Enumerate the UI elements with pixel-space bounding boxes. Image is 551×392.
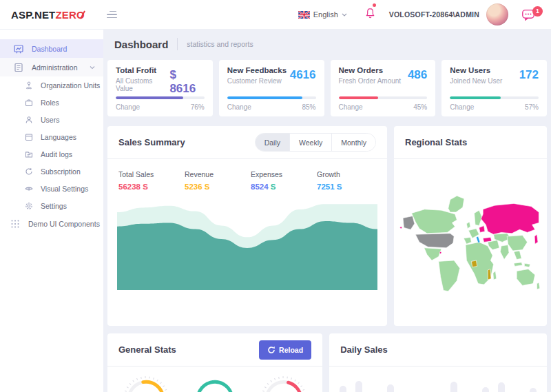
sales-bar	[530, 388, 537, 392]
tab-daily[interactable]: Daily	[256, 134, 290, 151]
regional-stats-card: Regional Stats	[394, 126, 547, 326]
menu-toggle-icon[interactable]	[104, 8, 120, 21]
notification-dot	[373, 3, 376, 7]
change-label: Change	[116, 103, 140, 111]
sidebar-item-label: Audit logs	[41, 150, 72, 158]
language-selector[interactable]: English	[298, 10, 347, 19]
chart-icon	[13, 43, 24, 54]
sales-bar	[482, 387, 489, 392]
regional-stats-title: Regional Stats	[405, 137, 467, 147]
header-actions: English VOLOSOFT-20864\ADMIN	[298, 3, 551, 25]
stat-subtitle: All Customs Value	[116, 77, 169, 92]
region-poland-baltics	[479, 226, 485, 233]
sidebar-item-demo-ui-components[interactable]: Demo UI Components	[0, 214, 103, 233]
eye-icon	[24, 183, 34, 193]
sidebar-item-administration[interactable]: Administration	[0, 58, 103, 76]
sidebar-item-languages[interactable]: Languages	[0, 128, 103, 145]
stat-value: 172	[519, 68, 539, 85]
change-label: Change	[450, 103, 474, 111]
gauge-green	[180, 367, 249, 392]
change-label: Change	[339, 103, 363, 111]
sidebar-item-label: Administration	[32, 63, 78, 72]
stat-subtitle: Fresh Order Amount	[339, 77, 402, 85]
progress-bar	[227, 96, 316, 99]
language-label: English	[313, 10, 338, 19]
general-stats-card: General Stats Reload	[107, 333, 322, 392]
sales-bar	[340, 386, 346, 392]
stat-card-new-users: New Users Joined New User 172 Change57%	[441, 60, 547, 116]
region-india	[500, 245, 509, 260]
sales-metrics: Total Sales 56238 S Revenue 5236 S Expen…	[107, 159, 387, 194]
general-stats-title: General Stats	[118, 344, 176, 355]
brand-logo: ASP.NETZERO	[11, 9, 85, 21]
tab-weekly[interactable]: Weekly	[290, 134, 332, 151]
user-icon	[24, 114, 34, 124]
uk-flag-icon	[298, 11, 310, 19]
change-percent: 57%	[525, 103, 539, 111]
sidebar-item-label: Organization Units	[41, 81, 100, 90]
sidebar: Dashboard Administration Organization Un…	[0, 30, 103, 392]
stat-value: 486	[408, 68, 427, 85]
page-title: Dashboard	[114, 39, 168, 50]
sidebar-item-settings[interactable]: Settings	[0, 197, 103, 214]
country-italy	[476, 236, 480, 243]
reload-label: Reload	[279, 346, 303, 354]
top-header: ASP.NETZERO English	[0, 0, 551, 30]
sales-bar	[387, 384, 394, 392]
brand-text-primary: ASP.NET	[11, 9, 55, 21]
refresh-icon	[24, 166, 34, 176]
subheader-divider	[177, 38, 178, 50]
chevron-down-icon	[90, 65, 95, 70]
region-middle-east	[488, 240, 499, 250]
daily-sales-card: Daily Sales	[329, 333, 547, 392]
country-madagascar	[493, 271, 497, 280]
gear-icon	[24, 200, 34, 210]
briefcase-icon	[24, 97, 34, 107]
stat-title: Total Frofit	[116, 66, 169, 74]
country-new-zealand	[537, 282, 540, 289]
metric-expenses: Expenses 8524 S	[251, 170, 310, 191]
reload-button[interactable]: Reload	[259, 340, 311, 360]
aleutian-dot	[400, 227, 402, 229]
sales-bar	[450, 382, 457, 392]
region-iberia	[464, 237, 471, 244]
folder-icon	[24, 149, 34, 158]
stat-card-new-orders: New Orders Fresh Order Amount 486 Change…	[331, 60, 436, 116]
sidebar-item-roles[interactable]: Roles	[0, 94, 103, 111]
country-japan	[534, 234, 538, 244]
metric-total-sales: Total Sales 56238 S	[118, 170, 178, 191]
avatar	[486, 3, 508, 25]
stat-title: New Orders	[339, 66, 402, 74]
stat-title: New Users	[450, 66, 502, 74]
region-china	[507, 236, 527, 251]
reload-icon	[267, 346, 276, 354]
progress-bar	[116, 96, 205, 99]
gauge-yellow	[112, 367, 180, 392]
app-root: ASP.NETZERO English	[0, 0, 551, 392]
sales-period-tabs: Daily Weekly Monthly	[255, 133, 376, 152]
sales-bar	[498, 382, 505, 392]
user-menu[interactable]: VOLOSOFT-20864\ADMIN	[389, 3, 508, 25]
chat-button[interactable]: 1	[521, 8, 541, 21]
country-usa	[415, 234, 454, 248]
tab-monthly[interactable]: Monthly	[332, 134, 375, 151]
sidebar-item-audit-logs[interactable]: Audit logs	[0, 145, 103, 163]
stat-value: 4616	[290, 68, 316, 85]
bell-icon	[364, 6, 377, 20]
region-indonesia-east	[524, 263, 530, 267]
sidebar-item-users[interactable]: Users	[0, 111, 103, 128]
sidebar-item-dashboard[interactable]: Dashboard	[0, 39, 103, 58]
sales-summary-card: Sales Summary Daily Weekly Monthly Total…	[107, 126, 387, 326]
sidebar-item-visual-settings[interactable]: Visual Settings	[0, 180, 103, 197]
sidebar-item-label: Dashboard	[32, 45, 67, 53]
country-russia	[481, 203, 539, 234]
sidebar-item-label: Subscription	[41, 167, 81, 176]
sales-summary-title: Sales Summary	[118, 137, 185, 147]
chat-badge: 1	[532, 6, 543, 17]
country-uk	[466, 222, 470, 229]
stat-subtitle: Customer Review	[227, 77, 287, 85]
notifications-button[interactable]	[364, 6, 377, 23]
change-percent: 85%	[302, 103, 315, 111]
sidebar-item-subscription[interactable]: Subscription	[0, 163, 103, 180]
sidebar-item-organization-units[interactable]: Organization Units	[0, 76, 103, 94]
